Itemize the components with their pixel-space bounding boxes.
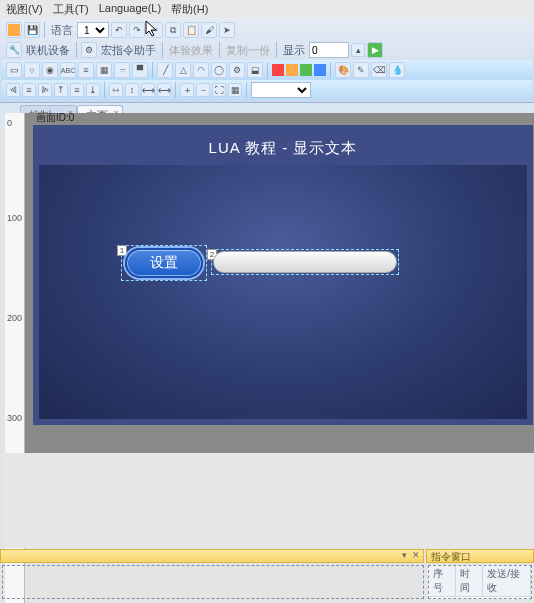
tick: 0 [7, 118, 12, 128]
btn-icon[interactable]: ◉ [42, 62, 58, 78]
copy-icon[interactable]: ⧉ [165, 22, 181, 38]
col-tx[interactable]: 发送/接收 [483, 566, 531, 596]
menubar: 视图(V) 工具(T) Language(L) 帮助(H) [0, 0, 534, 18]
toolbar-row-1: 💾 语言 1 ↶ ↷ ✂ ⧉ 📋 🖌 ➤ [2, 20, 532, 40]
wrench-icon[interactable]: 🔧 [6, 42, 22, 58]
progress-icon[interactable]: ▀ [132, 62, 148, 78]
list-icon[interactable]: ≡ [78, 62, 94, 78]
arc-icon[interactable]: ◠ [193, 62, 209, 78]
open-icon[interactable] [6, 22, 22, 38]
lang-label: 语言 [51, 23, 73, 38]
separator [276, 42, 277, 58]
cursor-icon[interactable]: ➤ [219, 22, 235, 38]
link-label: 联机设备 [26, 43, 70, 58]
save-icon[interactable]: 💾 [24, 22, 40, 38]
color-blue[interactable] [314, 64, 326, 76]
color-green[interactable] [300, 64, 312, 76]
tick: 100 [7, 213, 22, 223]
grid-toggle-icon[interactable]: ▦ [228, 83, 242, 97]
lang-select[interactable]: 1 [77, 22, 109, 38]
color-red[interactable] [272, 64, 284, 76]
rect-icon[interactable]: ▭ [6, 62, 22, 78]
menu-tool[interactable]: 工具(T) [53, 2, 89, 16]
canvas-area[interactable]: 画面ID:0 LUA 教程 - 显示文本 1 设置 2 [25, 113, 534, 453]
tick: 200 [7, 313, 22, 323]
pen-icon[interactable]: ✎ [353, 62, 369, 78]
tick: 300 [7, 413, 22, 423]
menu-help[interactable]: 帮助(H) [171, 2, 208, 16]
command-window-header: 序号 时间 发送/接收 [429, 566, 531, 597]
separator [104, 82, 105, 98]
slider-icon[interactable]: ⎓ [114, 62, 130, 78]
separator [152, 62, 153, 78]
undo-icon[interactable]: ↶ [111, 22, 127, 38]
separator [219, 42, 220, 58]
bottom-dock-left[interactable]: ▾ ✕ [0, 549, 424, 563]
menu-language[interactable]: Language(L) [99, 2, 161, 16]
copy-label: 复制一份 [226, 43, 270, 58]
col-seq[interactable]: 序号 [429, 566, 456, 596]
separator [162, 42, 163, 58]
eyedrop-icon[interactable]: 💧 [389, 62, 405, 78]
line-icon[interactable]: ╱ [157, 62, 173, 78]
align-c-icon[interactable]: ≡ [22, 83, 36, 97]
separator [267, 62, 268, 78]
brush-icon[interactable]: 🖌 [201, 22, 217, 38]
zoom-in-icon[interactable]: ＋ [180, 83, 194, 97]
align-l-icon[interactable]: ⫷ [6, 83, 20, 97]
command-window[interactable]: 序号 时间 发送/接收 [428, 565, 532, 599]
ellipse-icon[interactable]: ◯ [211, 62, 227, 78]
dist-v-icon[interactable]: ↕ [125, 83, 139, 97]
macro-icon[interactable]: ⚙ [81, 42, 97, 58]
empty-area [5, 453, 534, 548]
zoom-input[interactable] [309, 42, 349, 58]
toolbar-row-2: 🔧 联机设备 ⚙ 宏指令助手 体验效果 复制一份 显示 ▴ ▶ [2, 40, 532, 60]
play-icon[interactable]: ▶ [367, 42, 383, 58]
chart-icon[interactable]: ⬓ [247, 62, 263, 78]
zoom-label: 显示 [283, 43, 305, 58]
text-widget[interactable] [213, 251, 397, 273]
color-orange[interactable] [286, 64, 298, 76]
align-m-icon[interactable]: ≡ [70, 83, 84, 97]
col-time[interactable]: 时间 [456, 566, 483, 596]
separator [44, 22, 45, 38]
button-widget[interactable]: 设置 [125, 248, 203, 278]
toolbar-row-3: ▭ ○ ◉ ABC ≡ ▦ ⎓ ▀ ╱ △ ◠ ◯ ⚙ ⬓ 🎨 ✎ ⌫ 💧 [2, 60, 532, 80]
abc-icon[interactable]: ABC [60, 62, 76, 78]
align-t-icon[interactable]: ⤒ [54, 83, 68, 97]
toolbar-row-4: ⫷ ≡ ⫸ ⤒ ≡ ⤓ ⇿ ↕ ⟷ ⟷ ＋ － ⛶ ▦ [2, 80, 532, 100]
cut-icon[interactable]: ✂ [147, 22, 163, 38]
screen-title: LUA 教程 - 显示文本 [39, 131, 527, 165]
align-b-icon[interactable]: ⤓ [86, 83, 100, 97]
dock-dropzone-left [2, 565, 424, 599]
paint-icon[interactable]: 🎨 [335, 62, 351, 78]
redo-icon[interactable]: ↷ [129, 22, 145, 38]
build-label: 体验效果 [169, 43, 213, 58]
gear-icon[interactable]: ⚙ [229, 62, 245, 78]
separator [76, 42, 77, 58]
hmi-screen[interactable]: LUA 教程 - 显示文本 1 设置 2 [33, 125, 533, 425]
poly-icon[interactable]: △ [175, 62, 191, 78]
separator [175, 82, 176, 98]
fit-icon[interactable]: ⛶ [212, 83, 226, 97]
dist-h-icon[interactable]: ⇿ [109, 83, 123, 97]
zoom-out-icon[interactable]: － [196, 83, 210, 97]
samew-icon[interactable]: ⟷ [141, 83, 155, 97]
eraser-icon[interactable]: ⌫ [371, 62, 387, 78]
toolbars: 💾 语言 1 ↶ ↷ ✂ ⧉ 📋 🖌 ➤ 🔧 联机设备 ⚙ 宏指令助手 体验效果… [0, 18, 534, 103]
layer-select[interactable] [251, 82, 311, 98]
sameh-icon[interactable]: ⟷ [157, 83, 171, 97]
selection-tag-1: 1 [117, 245, 127, 256]
zoom-up-icon[interactable]: ▴ [351, 43, 365, 57]
separator [330, 62, 331, 78]
grid-icon[interactable]: ▦ [96, 62, 112, 78]
circle-icon[interactable]: ○ [24, 62, 40, 78]
menu-view[interactable]: 视图(V) [6, 2, 43, 16]
paste-icon[interactable]: 📋 [183, 22, 199, 38]
screen-id-label: 画面ID:0 [33, 110, 77, 126]
bottom-dock-right[interactable]: 指令窗口 [426, 549, 534, 563]
align-r-icon[interactable]: ⫸ [38, 83, 52, 97]
macro-label[interactable]: 宏指令助手 [101, 43, 156, 58]
dock-controls[interactable]: ▾ ✕ [402, 550, 421, 560]
separator [246, 82, 247, 98]
